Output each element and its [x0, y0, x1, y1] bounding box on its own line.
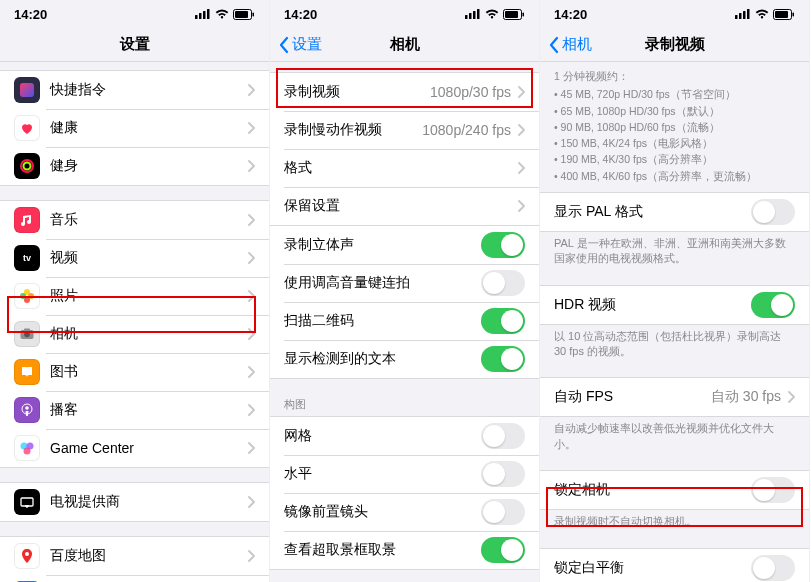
toggle-switch[interactable] — [481, 461, 525, 487]
hdr-video-switch[interactable] — [751, 292, 795, 318]
page-title: 设置 — [120, 35, 150, 54]
auto-fps-value: 自动 30 fps — [711, 388, 781, 406]
settings-row-g2-5[interactable]: 播客 — [0, 391, 269, 429]
settings-row-g2-6[interactable]: Game Center — [0, 429, 269, 467]
settings-row-g1-1[interactable]: 健康 — [0, 109, 269, 147]
toggle-switch[interactable] — [481, 537, 525, 563]
chevron-right-icon — [247, 290, 255, 302]
auto-fps-label: 自动 FPS — [554, 388, 711, 406]
lock-camera-switch[interactable] — [751, 477, 795, 503]
row-label: 水平 — [284, 465, 481, 483]
settings-content[interactable]: 快捷指令健康健身 音乐tv视频照片相机图书播客Game Center 电视提供商… — [0, 62, 269, 582]
svg-rect-5 — [235, 11, 248, 18]
pal-note: PAL 是一种在欧洲、非洲、亚洲和南美洲大多数国家使用的电视视频格式。 — [540, 232, 809, 271]
nav-bar: 设置 — [0, 28, 269, 62]
row-t1-3[interactable]: 显示检测到的文本 — [270, 340, 539, 378]
camera-settings-screen: 14:20 设置 相机 录制视频1080p/30 fps录制慢动作视频1080p… — [270, 0, 540, 582]
status-time: 14:20 — [554, 7, 587, 22]
back-label: 设置 — [292, 35, 322, 54]
row-label: 健身 — [50, 157, 247, 175]
settings-row-g4-1[interactable]: IDFA查看 IDFA — [0, 575, 269, 582]
settings-row-g2-4[interactable]: 图书 — [0, 353, 269, 391]
toggle-switch[interactable] — [481, 423, 525, 449]
health-icon — [14, 115, 40, 141]
settings-row-g1-0[interactable]: 快捷指令 — [0, 71, 269, 109]
lock-wb-label: 锁定白平衡 — [554, 559, 751, 577]
auto-fps-row[interactable]: 自动 FPS 自动 30 fps — [540, 378, 809, 416]
chevron-right-icon — [787, 391, 795, 403]
page-title: 相机 — [390, 35, 420, 54]
row-video-0[interactable]: 录制视频1080p/30 fps — [270, 73, 539, 111]
svg-rect-33 — [743, 11, 746, 19]
settings-row-g4-0[interactable]: 百度地图 — [0, 537, 269, 575]
settings-row-g2-3[interactable]: 相机 — [0, 315, 269, 353]
row-t2-3[interactable]: 查看超取景框取景 — [270, 531, 539, 569]
row-label: 格式 — [284, 159, 517, 177]
hdr-note: 以 10 位高动态范围（包括杜比视界）录制高达 30 fps 的视频。 — [540, 325, 809, 364]
status-bar: 14:20 — [270, 0, 539, 28]
settings-screen: 14:20 设置 快捷指令健康健身 音乐tv视频照片相机图书播客Game Cen… — [0, 0, 270, 582]
wifi-icon — [755, 9, 769, 19]
shortcuts-icon — [14, 77, 40, 103]
row-label: 百度地图 — [50, 547, 247, 565]
tv-icon: tv — [14, 245, 40, 271]
music-icon — [14, 207, 40, 233]
settings-row-g2-2[interactable]: 照片 — [0, 277, 269, 315]
toggle-switch[interactable] — [481, 308, 525, 334]
row-label: 网格 — [284, 427, 481, 445]
row-label: 视频 — [50, 249, 247, 267]
svg-rect-36 — [775, 11, 788, 18]
svg-point-15 — [24, 332, 30, 338]
svg-rect-1 — [199, 13, 202, 19]
settings-row-g2-0[interactable]: 音乐 — [0, 201, 269, 239]
row-video-3[interactable]: 保留设置 — [270, 187, 539, 225]
books-icon — [14, 359, 40, 385]
row-label: 录制视频 — [284, 83, 430, 101]
status-bar: 14:20 — [0, 0, 269, 28]
back-button[interactable]: 相机 — [548, 35, 592, 54]
toggle-switch[interactable] — [481, 232, 525, 258]
row-label: 照片 — [50, 287, 247, 305]
lock-wb-row[interactable]: 锁定白平衡 — [540, 549, 809, 582]
svg-rect-7 — [20, 83, 34, 97]
row-t1-0[interactable]: 录制立体声 — [270, 226, 539, 264]
row-value: 1080p/30 fps — [430, 84, 511, 100]
settings-row-g3-0[interactable]: 电视提供商 — [0, 483, 269, 521]
toggle-switch[interactable] — [481, 346, 525, 372]
svg-point-21 — [24, 448, 31, 455]
record-video-content[interactable]: 1 分钟视频约： 45 MB, 720p HD/30 fps（节省空间）65 M… — [540, 62, 809, 582]
row-video-1[interactable]: 录制慢动作视频1080p/240 fps — [270, 111, 539, 149]
toggle-switch[interactable] — [481, 270, 525, 296]
row-t1-1[interactable]: 使用调高音量键连拍 — [270, 264, 539, 302]
row-t1-2[interactable]: 扫描二维码 — [270, 302, 539, 340]
camera-content[interactable]: 录制视频1080p/30 fps录制慢动作视频1080p/240 fps格式保留… — [270, 62, 539, 582]
back-button[interactable]: 设置 — [278, 35, 322, 54]
pal-format-row[interactable]: 显示 PAL 格式 — [540, 193, 809, 231]
page-title: 录制视频 — [645, 35, 705, 54]
row-value: 1080p/240 fps — [422, 122, 511, 138]
hdr-video-row[interactable]: HDR 视频 — [540, 286, 809, 324]
settings-row-g1-2[interactable]: 健身 — [0, 147, 269, 185]
row-t2-0[interactable]: 网格 — [270, 417, 539, 455]
size-estimate-note: 1 分钟视频约： 45 MB, 720p HD/30 fps（节省空间）65 M… — [540, 62, 809, 186]
svg-rect-22 — [21, 498, 33, 506]
chevron-right-icon — [247, 252, 255, 264]
lock-wb-switch[interactable] — [751, 555, 795, 581]
lock-camera-label: 锁定相机 — [554, 481, 751, 499]
toggle-switch[interactable] — [481, 499, 525, 525]
svg-rect-29 — [505, 11, 518, 18]
size-estimate-header: 1 分钟视频约： — [554, 68, 795, 84]
size-line-0: 45 MB, 720p HD/30 fps（节省空间） — [554, 86, 795, 102]
row-t2-2[interactable]: 镜像前置镜头 — [270, 493, 539, 531]
row-t2-1[interactable]: 水平 — [270, 455, 539, 493]
pal-format-switch[interactable] — [751, 199, 795, 225]
row-video-2[interactable]: 格式 — [270, 149, 539, 187]
lock-camera-row[interactable]: 锁定相机 — [540, 471, 809, 509]
svg-rect-37 — [793, 12, 795, 16]
status-bar: 14:20 — [540, 0, 809, 28]
pal-format-label: 显示 PAL 格式 — [554, 203, 751, 221]
row-label: 查看超取景框取景 — [284, 541, 481, 559]
settings-row-g2-1[interactable]: tv视频 — [0, 239, 269, 277]
row-label: Game Center — [50, 440, 247, 456]
chevron-right-icon — [517, 162, 525, 174]
